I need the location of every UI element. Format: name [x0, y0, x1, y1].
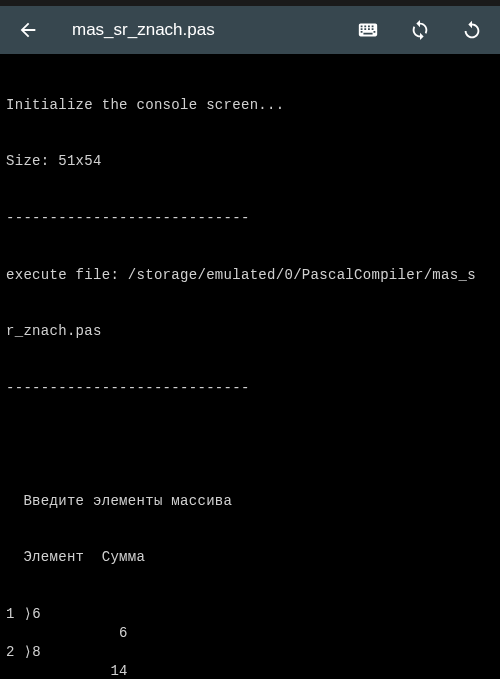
entry-sum-line: 14	[6, 662, 494, 679]
console-line: ----------------------------	[6, 379, 494, 398]
arrow-left-icon	[17, 19, 39, 41]
console-line: Элемент Сумма	[6, 548, 494, 567]
console-line	[6, 436, 494, 454]
toolbar: mas_sr_znach.pas	[0, 6, 500, 54]
keyboard-button[interactable]	[348, 10, 388, 50]
sync-icon	[409, 19, 431, 41]
entry-input-line: 1 ⟩6	[6, 605, 494, 624]
console-line: ----------------------------	[6, 209, 494, 228]
console-line: execute file: /storage/emulated/0/Pascal…	[6, 266, 494, 285]
back-button[interactable]	[8, 10, 48, 50]
keyboard-icon	[357, 19, 379, 41]
restart-button[interactable]	[452, 10, 492, 50]
console-line: r_znach.pas	[6, 322, 494, 341]
refresh-button[interactable]	[400, 10, 440, 50]
toolbar-title: mas_sr_znach.pas	[60, 20, 336, 40]
rotate-icon	[461, 19, 483, 41]
console-line: Size: 51x54	[6, 152, 494, 171]
console-line: Initialize the console screen...	[6, 96, 494, 115]
console-output[interactable]: Initialize the console screen... Size: 5…	[0, 54, 500, 679]
entry-sum-line: 6	[6, 624, 494, 643]
console-line: Введите элементы массива	[6, 492, 494, 511]
entry-input-line: 2 ⟩8	[6, 643, 494, 662]
